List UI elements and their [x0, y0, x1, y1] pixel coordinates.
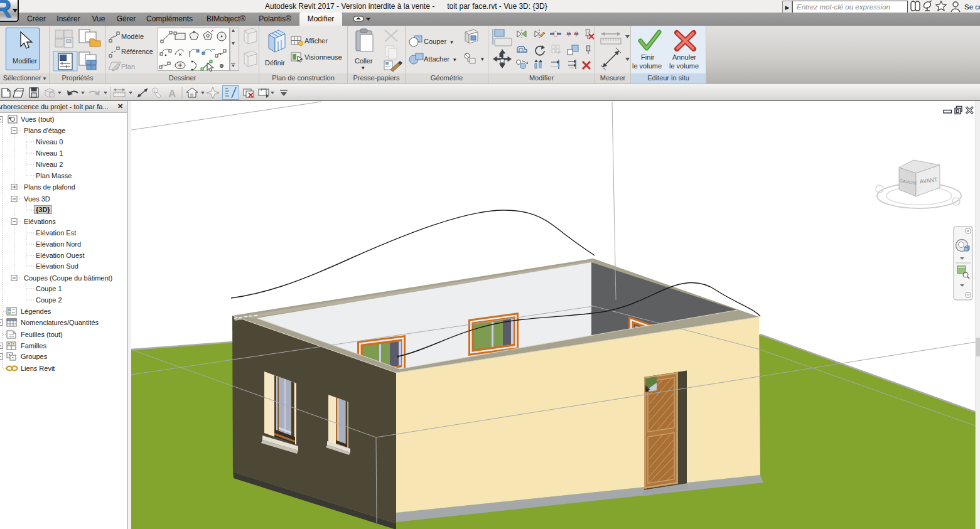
svg-text:A: A	[168, 88, 176, 100]
svg-text:Se co: Se co	[964, 3, 980, 11]
svg-text:1: 1	[153, 88, 156, 93]
svg-text:P: P	[557, 50, 561, 55]
